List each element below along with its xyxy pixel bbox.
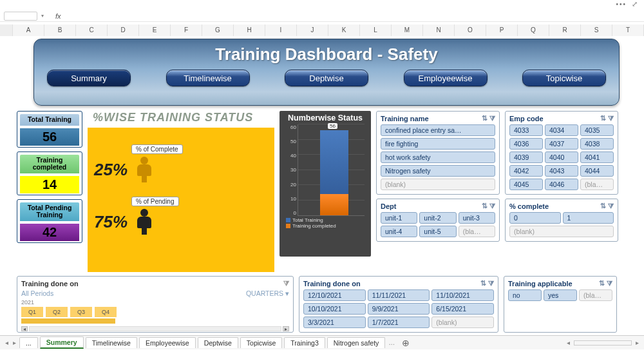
sheet-tab[interactable]: Topicwise	[240, 337, 283, 348]
sheet-tab[interactable]: Training3	[284, 337, 325, 348]
col-header[interactable]: R	[549, 24, 581, 36]
slicer-item[interactable]: 11/10/2021	[431, 289, 494, 301]
col-header[interactable]: S	[581, 24, 612, 36]
clear-filter-icon[interactable]: ⧩	[489, 202, 495, 210]
sheet-tab[interactable]: Timelinewise	[86, 337, 137, 348]
tab-nav-right-icon[interactable]: ▸	[12, 339, 17, 346]
slicer-item-blank[interactable]: (bla…	[459, 226, 495, 237]
formula-input[interactable]	[65, 15, 640, 16]
clear-filter-icon[interactable]: ⧩	[489, 114, 495, 122]
col-header[interactable]: Q	[518, 24, 549, 36]
slicer-item[interactable]: 4033	[509, 124, 543, 136]
slicer-item[interactable]: 11/11/2021	[368, 289, 430, 301]
multiselect-icon[interactable]: ⇅	[480, 279, 486, 288]
col-header[interactable]: N	[423, 24, 455, 36]
slicer-item[interactable]: 4039	[509, 151, 543, 163]
slicer-item[interactable]: unit-4	[381, 226, 417, 237]
slicer-item[interactable]: 4042	[509, 165, 543, 177]
clear-filter-icon[interactable]: ⧩	[488, 279, 494, 288]
slicer-item[interactable]: 12/10/2021	[303, 289, 366, 301]
name-box[interactable]	[4, 12, 37, 21]
col-header[interactable]: I	[265, 24, 297, 36]
slicer-item[interactable]: 10/10/2021	[303, 303, 366, 315]
slicer-item[interactable]: 4035	[580, 124, 614, 136]
slicer-item[interactable]: 4037	[545, 138, 578, 150]
nav-deptwise[interactable]: Deptwise	[285, 70, 368, 86]
nav-topicwise[interactable]: Topicwise	[522, 70, 606, 86]
nav-timelinewise[interactable]: Timelinewise	[166, 70, 250, 86]
hscroll-track[interactable]	[574, 340, 632, 346]
clear-filter-icon[interactable]: ⧩	[608, 114, 614, 122]
col-header[interactable]: D	[108, 24, 139, 36]
multiselect-icon[interactable]: ⇅	[600, 114, 606, 122]
col-header[interactable]: M	[392, 24, 423, 36]
slicer-item[interactable]: 4038	[580, 138, 614, 150]
slicer-item[interactable]: no	[508, 289, 542, 301]
window-collapse-icon[interactable]: ⤢	[632, 0, 638, 8]
clear-filter-icon[interactable]: ⧩	[607, 279, 612, 288]
sheet-tab[interactable]: ...	[19, 337, 38, 348]
slicer-item-blank[interactable]: (blank)	[509, 226, 614, 237]
sheet-tab[interactable]: Employeewise	[139, 337, 196, 348]
select-all-corner[interactable]	[0, 24, 13, 36]
multiselect-icon[interactable]: ⇅	[482, 114, 488, 122]
tab-nav-left-icon[interactable]: ◂	[4, 339, 10, 346]
timeline-training-done[interactable]: Training done on ⧩ All Periods QUARTERS …	[17, 276, 294, 333]
slicer-item[interactable]: fire fighting	[381, 138, 495, 150]
sheet-tab-summery[interactable]: Summery	[40, 337, 84, 349]
slicer-training-name[interactable]: Training name ⇅⧩ confined place entry sa…	[376, 111, 500, 195]
col-header[interactable]: F	[171, 24, 202, 36]
slicer-pct-complete[interactable]: % complete ⇅⧩ 0 1 (blank)	[505, 199, 618, 242]
slicer-item[interactable]: 0	[509, 212, 561, 224]
col-header[interactable]: C	[76, 24, 108, 36]
slicer-item[interactable]: 4041	[580, 151, 614, 163]
slicer-item[interactable]: 1	[563, 212, 614, 224]
timeline-q[interactable]: Q3	[70, 307, 92, 317]
slicer-item[interactable]: hot work safety	[381, 151, 495, 163]
timeline-q[interactable]: Q4	[95, 307, 117, 317]
timeline-scale[interactable]: QUARTERS ▾	[246, 289, 289, 297]
slicer-item[interactable]: 4045	[509, 179, 543, 190]
timeline-q[interactable]: Q2	[46, 307, 68, 317]
slicer-item[interactable]: 4043	[545, 165, 578, 177]
timeline-track[interactable]	[21, 318, 115, 324]
slicer-item[interactable]: 4036	[509, 138, 543, 150]
col-header[interactable]: E	[139, 24, 171, 36]
col-header[interactable]: J	[297, 24, 328, 36]
timeline-q[interactable]: Q1	[21, 307, 43, 317]
hscroll-right-icon[interactable]: ▸	[634, 339, 640, 346]
slicer-emp-code[interactable]: Emp code ⇅⧩ 4033 4034 4035 4036 4037 403…	[505, 111, 618, 195]
slicer-item[interactable]: 4040	[545, 151, 578, 163]
col-header[interactable]: H	[234, 24, 265, 36]
clear-filter-icon[interactable]: ⧩	[283, 279, 289, 288]
slicer-item[interactable]: 6/15/2021	[431, 303, 494, 315]
slicer-item[interactable]: 3/3/2021	[303, 317, 366, 328]
slicer-item[interactable]: yes	[544, 289, 577, 301]
slicer-item[interactable]: 1/7/2021	[368, 317, 430, 328]
add-sheet-button[interactable]: ⊕	[398, 338, 413, 348]
slicer-dept[interactable]: Dept ⇅⧩ unit-1 unit-2 unit-3 unit-4 unit…	[376, 199, 500, 242]
slicer-item[interactable]: unit-5	[419, 226, 456, 237]
name-box-dropdown-icon[interactable]: ▾	[41, 13, 44, 19]
slicer-item[interactable]: Nitrogen safety	[381, 165, 495, 177]
col-header[interactable]: K	[328, 24, 360, 36]
scroll-right-icon[interactable]: ▸	[283, 326, 289, 331]
clear-filter-icon[interactable]: ⧩	[608, 202, 614, 210]
col-header[interactable]: T	[612, 24, 644, 36]
col-header[interactable]: P	[486, 24, 518, 36]
slicer-training-applicable[interactable]: Training applicable ⇅⧩ no yes (bla…	[504, 276, 617, 333]
slicer-item-blank[interactable]: (bla…	[579, 289, 612, 301]
col-header[interactable]: A	[13, 24, 44, 36]
col-header[interactable]: G	[202, 24, 234, 36]
col-header[interactable]: B	[44, 24, 76, 36]
slicer-item[interactable]: unit-3	[459, 212, 495, 224]
col-header[interactable]: O	[455, 24, 486, 36]
col-header[interactable]: L	[360, 24, 392, 36]
slicer-item[interactable]: unit-1	[381, 212, 417, 224]
nav-summary[interactable]: Summary	[47, 70, 131, 86]
scrollbar[interactable]	[29, 326, 281, 331]
multiselect-icon[interactable]: ⇅	[599, 279, 605, 288]
slicer-item[interactable]: 9/9/2021	[368, 303, 430, 315]
slicer-item[interactable]: 4034	[545, 124, 578, 136]
worksheet-area[interactable]: Training Dashboard - Safety Summary Time…	[0, 36, 644, 349]
